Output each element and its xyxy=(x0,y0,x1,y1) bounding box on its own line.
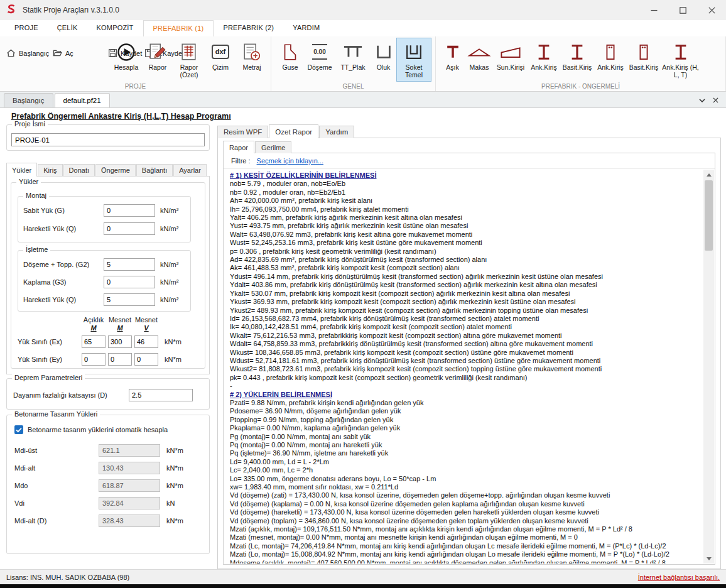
report-line: nob= 5.79 , moduler oran, nob=Eo/Eb xyxy=(230,180,703,188)
doseme-topp-input[interactable] xyxy=(104,258,155,271)
tab-yardim[interactable]: Yardım xyxy=(319,126,354,138)
filter-select-link[interactable]: Seçmek için tıklayın... xyxy=(257,157,323,165)
hesapla-button[interactable]: Hesapla xyxy=(111,38,142,82)
tab-ongerme[interactable]: Öngerme xyxy=(95,164,136,177)
ac-button[interactable]: Aç xyxy=(51,45,107,62)
doseme-button[interactable]: 0.00 Döşeme xyxy=(304,38,335,82)
field-label: Kaplama (G3) xyxy=(23,278,66,286)
scroll-down-icon[interactable] xyxy=(703,553,714,564)
report-line: xw= 1,983.40 mm, moment sıfır noktası, x… xyxy=(230,483,703,491)
ribbon-tab-celik[interactable]: ÇELİK xyxy=(48,20,87,36)
tab-kiris[interactable]: Kiriş xyxy=(38,164,62,177)
report-line: p= 0.306 , prefabrik kiriş kesit geometr… xyxy=(230,248,703,256)
mdi-alt-d-input xyxy=(99,514,160,527)
report-line: Mzati (Lc, montaj)= 74,206,419.84 N*mm, … xyxy=(230,542,703,550)
kaplama-input[interactable] xyxy=(104,276,155,288)
unit-label: kN*m xyxy=(166,517,183,525)
yuk-sinifi-ex-mesnet-v-input[interactable] xyxy=(134,335,158,348)
asik-button[interactable]: Aşık xyxy=(440,38,465,82)
report-line: Ptopping= 0.99 N/mm, topping ağırlığında… xyxy=(230,416,703,424)
hareketli-yuk-montaj-input[interactable] xyxy=(104,222,155,235)
doc-tab-baslangic[interactable]: Başlangıç xyxy=(4,93,53,107)
baslangic-button[interactable]: Başlangıç xyxy=(5,45,51,62)
betonarme-tasarim-group: Betonarme Tasarım Yükleri Betonarme tasa… xyxy=(6,415,210,554)
field-label: Hareketli Yük (Q) xyxy=(23,296,76,303)
report-line: Mdoseme (açıklık, montaj)= 407,560,500.0… xyxy=(230,559,703,564)
button-label: Ank.Kiriş xyxy=(531,64,556,72)
soket-temel-button[interactable]: Soket Temel xyxy=(396,38,431,82)
scroll-up-icon[interactable] xyxy=(703,170,714,180)
close-document-icon[interactable] xyxy=(713,97,718,103)
yuk-sinifi-ex-mesnet-m-input[interactable] xyxy=(108,335,132,348)
isletme-group: İşletme Döşeme + Topp. (G2) kN/m² Kaplam… xyxy=(18,250,191,312)
truss-icon xyxy=(467,40,491,63)
basit-kiris-button-2[interactable]: Basit.Kiriş xyxy=(626,38,661,82)
tab-resim-wpf[interactable]: Resim WPF xyxy=(217,126,268,138)
tab-list-chevron-icon[interactable] xyxy=(699,99,705,102)
unit-label: kN xyxy=(166,499,175,507)
makas-button[interactable]: Makas xyxy=(465,38,493,82)
tab-yukler[interactable]: Yükler xyxy=(6,163,37,177)
button-label: TT_Plak xyxy=(340,64,365,72)
tt-plak-button[interactable]: TT_Plak xyxy=(335,38,371,82)
button-label: Metraj xyxy=(242,64,261,72)
report-line: Wdalt= 64,758,859.33 mm3, prefabrikkiriş… xyxy=(230,340,703,348)
report-line: Ykust= 369.93 mm, prefabrik kiriş kompoz… xyxy=(230,298,703,306)
sun-kirisi-button[interactable]: Sun.Kirişi xyxy=(493,38,528,82)
document-tab-bar: Başlangıç default.pf21 xyxy=(0,92,726,108)
internet-status-link[interactable]: İnternet bağlantısı başarılı. xyxy=(638,574,720,581)
ribbon-tab-prefabrik-1[interactable]: PREFABRIK (1) xyxy=(143,20,214,36)
rapor-button[interactable]: Rapor xyxy=(142,38,173,82)
maximize-button[interactable] xyxy=(668,0,697,20)
yuk-sinifi-ex-aciklik-input[interactable] xyxy=(82,335,106,348)
taskbar-strip xyxy=(0,584,726,588)
dayanim-fazlaligi-input[interactable] xyxy=(129,389,193,401)
tab-gerilme[interactable]: Gerilme xyxy=(255,141,292,153)
basit-kiris-button-1[interactable]: Basit.Kiriş xyxy=(560,38,595,82)
metraj-button[interactable]: Metraj xyxy=(236,38,268,82)
unit-label: kN*m xyxy=(166,464,183,472)
yuk-sinifi-ey-mesnet-m-input[interactable] xyxy=(108,353,132,366)
proje-ismi-input[interactable] xyxy=(11,133,205,146)
ribbon-tab-prefabrik-2[interactable]: PREFABRIK (2) xyxy=(214,20,283,36)
close-button[interactable] xyxy=(697,0,726,20)
guse-button[interactable]: Guse xyxy=(276,38,304,82)
app-logo-icon xyxy=(5,4,18,16)
scrollbar-thumb[interactable] xyxy=(705,180,713,251)
ribbon-tab-kompozit[interactable]: KOMPOZİT xyxy=(87,20,143,36)
hareketli-yuk-isletme-input[interactable] xyxy=(104,293,155,306)
minimize-button[interactable] xyxy=(639,0,668,20)
button-label: Basit.Kiriş xyxy=(563,64,592,72)
yuk-sinifi-ey-aciklik-input[interactable] xyxy=(82,353,106,366)
report-line: Wkust= 108,346,658.85 mm3, prefabrik kir… xyxy=(230,349,703,357)
report-scrollbar[interactable] xyxy=(703,170,714,564)
unit-label: kN/m² xyxy=(160,278,178,286)
report-line: Ad= 422,835.69 mm², prefabrik kiriş dönü… xyxy=(230,256,703,264)
report-line: Mzati (açıklık, montaj)= 109,176,511.50 … xyxy=(230,525,703,533)
doc-tab-default-pf21[interactable]: default.pf21 xyxy=(55,93,110,107)
rapor-ozet-button[interactable]: Rapor (Özet) xyxy=(173,38,205,82)
ribbon-tab-proje[interactable]: PROJE xyxy=(5,20,48,36)
report-line: Ykalt= 530.07 mm, prefabrik kiriş kompoz… xyxy=(230,290,703,298)
report-line: Yalt= 406.25 mm, prefabrik kiriş ağırlık… xyxy=(230,214,703,222)
report-line: Wdust= 52,714,181.61 mm3, prefabrik kiri… xyxy=(230,357,703,365)
ank-kiris-button-2[interactable]: Ank.Kiriş xyxy=(595,38,626,82)
cizim-button[interactable]: dxf Çizim xyxy=(205,38,236,82)
field-label: Yük Sınıfı (Ey) xyxy=(18,356,62,363)
button-label: Basit.Kiriş xyxy=(629,64,659,72)
column-header: Açıklık M xyxy=(82,316,106,332)
tab-donati[interactable]: Donatı xyxy=(63,164,95,177)
ribbon-tab-yardim[interactable]: YARDIM xyxy=(283,20,329,36)
ribbon-group-genel: Guse 0.00 Döşeme TT_Plak Oluk Soket Teme… xyxy=(271,36,436,91)
auto-hesapla-checkbox[interactable] xyxy=(14,425,23,434)
tab-ayarlar[interactable]: Ayarlar xyxy=(173,164,207,177)
yuk-sinifi-ey-mesnet-v-input[interactable] xyxy=(134,353,158,366)
ank-kiris-button-1[interactable]: Ank.Kiriş xyxy=(528,38,560,82)
tab-baglanti[interactable]: Bağlantı xyxy=(136,164,173,177)
tab-ozet-rapor[interactable]: Özet Rapor xyxy=(269,124,318,138)
sabit-yuk-input[interactable] xyxy=(104,204,155,217)
oluk-button[interactable]: Oluk xyxy=(371,38,396,82)
button-label: Makas xyxy=(470,64,489,72)
ank-kiris-hlt-button[interactable]: Ank.Kiriş (H, L, T) xyxy=(661,38,700,82)
tab-rapor[interactable]: Rapor xyxy=(223,141,254,153)
